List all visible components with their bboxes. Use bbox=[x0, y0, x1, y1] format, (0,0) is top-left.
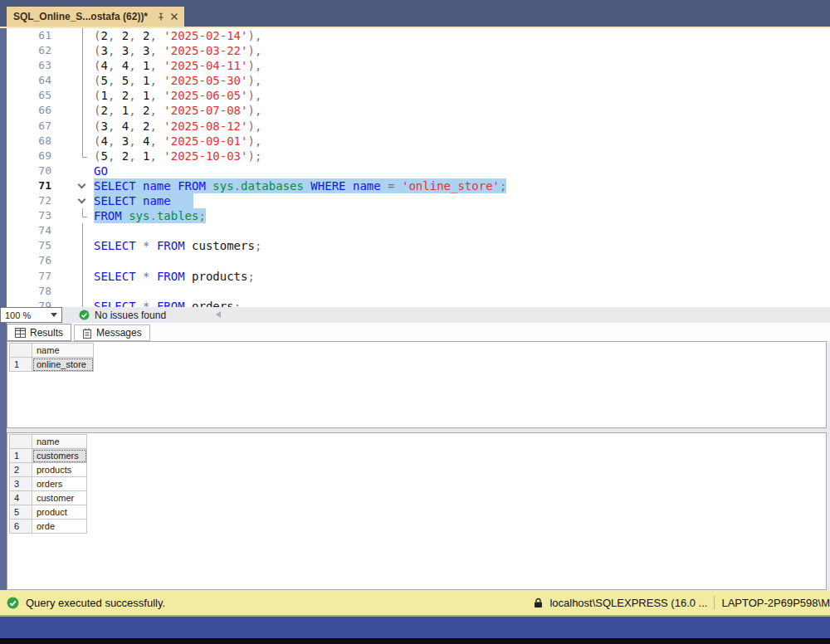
line-number: 62 bbox=[7, 43, 55, 58]
code-text[interactable]: (3, 3, 3, '2025-03-22'), bbox=[94, 43, 261, 58]
code-text[interactable]: SELECT name FROM sys.databases WHERE nam… bbox=[94, 178, 506, 193]
fold-gutter bbox=[55, 208, 94, 223]
fold-gutter[interactable] bbox=[55, 193, 94, 208]
document-tab[interactable]: SQL_Online_S...ostafa (62))* bbox=[7, 7, 184, 27]
fold-chevron-icon[interactable] bbox=[78, 196, 86, 204]
fold-gutter bbox=[55, 43, 94, 58]
code-line[interactable]: 69(5, 2, 1, '2025-10-03'); bbox=[7, 149, 830, 163]
code-text[interactable]: SELECT * FROM customers; bbox=[94, 238, 261, 253]
code-text[interactable]: GO bbox=[94, 163, 108, 178]
close-icon[interactable] bbox=[170, 12, 178, 21]
results-grid-1: name1online_store bbox=[9, 343, 94, 372]
row-number[interactable]: 4 bbox=[10, 491, 32, 505]
code-line[interactable]: 77SELECT * FROM products; bbox=[7, 269, 830, 284]
code-lines: 61(2, 2, 2, '2025-02-14'),62(3, 3, 3, '2… bbox=[7, 28, 830, 307]
line-number: 72 bbox=[7, 193, 55, 208]
grid-cell[interactable]: online_store bbox=[32, 358, 94, 372]
grid-corner-cell[interactable] bbox=[10, 435, 32, 449]
code-line[interactable]: 66(2, 1, 2, '2025-07-08'), bbox=[7, 103, 830, 118]
zoom-level-value: 100 % bbox=[5, 310, 31, 320]
grid-cell[interactable]: orde bbox=[32, 520, 87, 534]
tab-messages[interactable]: Messages bbox=[74, 324, 150, 341]
code-line[interactable]: 63(4, 4, 1, '2025-04-11'), bbox=[7, 58, 830, 73]
row-number[interactable]: 6 bbox=[10, 520, 32, 534]
health-indicator[interactable]: No issues found bbox=[79, 310, 166, 321]
code-text[interactable]: SELECT * FROM products; bbox=[94, 269, 255, 284]
sql-code-editor[interactable]: 61(2, 2, 2, '2025-02-14'),62(3, 3, 3, '2… bbox=[7, 28, 830, 307]
user-name[interactable]: LAPTOP-2P69P598\M bbox=[721, 597, 830, 609]
fold-extent-line bbox=[82, 284, 83, 299]
grid-cell[interactable]: customer bbox=[32, 491, 87, 505]
row-number[interactable]: 1 bbox=[10, 358, 32, 372]
code-line[interactable]: 61(2, 2, 2, '2025-02-14'), bbox=[7, 28, 830, 43]
fold-gutter bbox=[55, 134, 94, 149]
fold-chevron-icon[interactable] bbox=[78, 180, 86, 188]
grid-cell[interactable]: orders bbox=[32, 477, 87, 491]
code-line[interactable]: 62(3, 3, 3, '2025-03-22'), bbox=[7, 43, 830, 58]
server-name[interactable]: localhost\SQLEXPRESS (16.0 ... bbox=[549, 597, 707, 609]
code-text[interactable]: (2, 1, 2, '2025-07-08'), bbox=[94, 103, 261, 118]
code-line[interactable]: 72SELECT name bbox=[7, 193, 830, 208]
fold-gutter bbox=[55, 284, 94, 299]
code-line[interactable]: 68(4, 3, 4, '2025-09-01'), bbox=[7, 134, 830, 149]
code-text[interactable]: FROM sys.tables; bbox=[94, 208, 206, 223]
tab-results[interactable]: Results bbox=[7, 324, 71, 341]
arrow-left-icon[interactable] bbox=[216, 311, 221, 318]
horizontal-scrollbar[interactable] bbox=[174, 307, 830, 323]
grid-cell[interactable]: customers bbox=[32, 449, 87, 463]
code-text[interactable]: (5, 5, 1, '2025-05-30'), bbox=[94, 73, 261, 88]
fold-gutter[interactable] bbox=[55, 178, 94, 193]
table-row: 4customer bbox=[10, 491, 87, 505]
table-row: 6orde bbox=[10, 520, 87, 534]
code-line[interactable]: 75SELECT * FROM customers; bbox=[7, 238, 830, 253]
line-number: 75 bbox=[7, 238, 55, 253]
fold-extent-line bbox=[82, 208, 87, 217]
row-number[interactable]: 2 bbox=[10, 463, 32, 477]
fold-extent-line bbox=[82, 134, 83, 149]
code-text[interactable]: SELECT * FROM orders; bbox=[94, 299, 241, 307]
line-number: 67 bbox=[7, 119, 55, 134]
fold-extent-line bbox=[82, 269, 83, 284]
row-number[interactable]: 3 bbox=[10, 477, 32, 491]
fold-extent-line bbox=[82, 28, 83, 43]
pin-icon[interactable] bbox=[156, 12, 165, 22]
code-line[interactable]: 74 bbox=[7, 223, 830, 238]
code-line[interactable]: 67(3, 4, 2, '2025-08-12'), bbox=[7, 119, 830, 134]
code-text[interactable]: (4, 4, 1, '2025-04-11'), bbox=[94, 58, 261, 73]
fold-gutter bbox=[55, 253, 94, 268]
code-text[interactable]: (2, 2, 2, '2025-02-14'), bbox=[94, 28, 261, 43]
code-text[interactable]: (4, 3, 4, '2025-09-01'), bbox=[94, 134, 261, 149]
code-text[interactable]: (3, 4, 2, '2025-08-12'), bbox=[94, 119, 261, 134]
fold-gutter bbox=[55, 149, 94, 163]
code-line[interactable]: 71SELECT name FROM sys.databases WHERE n… bbox=[7, 178, 830, 193]
fold-extent-line bbox=[82, 103, 83, 118]
results-tab-strip: Results Messages bbox=[0, 323, 830, 341]
code-text[interactable]: (5, 2, 1, '2025-10-03'); bbox=[94, 149, 261, 163]
grid-column-header[interactable]: name bbox=[32, 344, 94, 358]
fold-gutter bbox=[55, 119, 94, 134]
code-line[interactable]: 65(1, 2, 1, '2025-06-05'), bbox=[7, 88, 830, 103]
code-line[interactable]: 73FROM sys.tables; bbox=[7, 208, 830, 223]
status-divider bbox=[714, 596, 715, 609]
fold-extent-line bbox=[82, 43, 83, 58]
fold-gutter bbox=[55, 73, 94, 88]
grid-cell[interactable]: products bbox=[32, 463, 87, 477]
code-line[interactable]: 64(5, 5, 1, '2025-05-30'), bbox=[7, 73, 830, 88]
code-line[interactable]: 70GO bbox=[7, 163, 830, 178]
code-line[interactable]: 78 bbox=[7, 284, 830, 299]
line-number: 77 bbox=[7, 269, 55, 284]
taskbar-strip bbox=[0, 617, 830, 638]
fold-extent-line bbox=[82, 149, 87, 158]
zoom-level-dropdown[interactable]: 100 % bbox=[0, 307, 62, 323]
fold-extent-line bbox=[82, 223, 83, 238]
code-text[interactable]: (1, 2, 1, '2025-06-05'), bbox=[94, 88, 261, 103]
code-line[interactable]: 76 bbox=[7, 253, 830, 268]
row-number[interactable]: 1 bbox=[10, 449, 32, 463]
grid-column-header[interactable]: name bbox=[32, 435, 87, 449]
row-number[interactable]: 5 bbox=[10, 505, 32, 520]
grid-corner-cell[interactable] bbox=[10, 344, 32, 358]
grid-cell[interactable]: product bbox=[32, 505, 87, 520]
code-line[interactable]: 79SELECT * FROM orders; bbox=[7, 299, 830, 307]
chevron-down-icon bbox=[51, 313, 57, 317]
code-text[interactable]: SELECT name bbox=[94, 193, 193, 208]
